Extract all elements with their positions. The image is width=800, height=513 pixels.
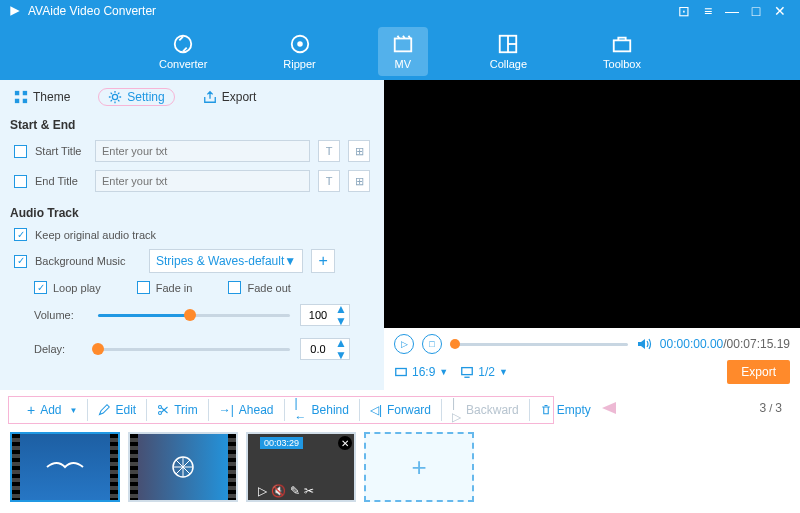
nav-converter[interactable]: Converter — [145, 27, 221, 76]
playback-progress[interactable] — [450, 343, 628, 346]
video-preview[interactable] — [384, 80, 800, 328]
clip-thumb-1[interactable] — [10, 432, 120, 502]
bg-music-dropdown[interactable]: Stripes & Waves-default ▼ — [149, 249, 303, 273]
clip-thumb-2[interactable] — [128, 432, 238, 502]
nav-toolbox-label: Toolbox — [603, 58, 641, 70]
tab-export[interactable]: Export — [203, 88, 257, 106]
thumb-remove-button[interactable]: ✕ — [338, 436, 352, 450]
tab-setting[interactable]: Setting — [98, 88, 174, 106]
empty-button[interactable]: Empty — [530, 399, 601, 421]
trash-icon — [540, 404, 552, 416]
edit-icon — [98, 404, 110, 416]
edit-label: Edit — [115, 403, 136, 417]
mv-icon — [392, 33, 414, 55]
behind-button[interactable]: |←Behind — [285, 399, 360, 421]
svg-rect-7 — [614, 40, 631, 51]
end-title-checkbox[interactable] — [14, 175, 27, 188]
page-value: 1/2 — [478, 365, 495, 379]
export-icon — [203, 90, 217, 104]
chevron-down-icon: ▼ — [439, 367, 448, 377]
screen-icon — [460, 365, 474, 379]
close-button[interactable]: ✕ — [768, 3, 792, 19]
svg-rect-13 — [396, 369, 407, 376]
thumb-edit-icon[interactable]: ✎ — [290, 484, 300, 498]
volume-value[interactable] — [301, 309, 335, 321]
volume-label: Volume: — [34, 309, 88, 321]
delay-value[interactable] — [301, 343, 335, 355]
chevron-down-icon: ▼ — [499, 367, 508, 377]
fade-out-label: Fade out — [247, 282, 290, 294]
feedback-icon[interactable]: ⊡ — [672, 3, 696, 19]
volume-slider[interactable] — [98, 314, 290, 317]
thumb-play-icon[interactable]: ▷ — [258, 484, 267, 498]
volume-icon[interactable] — [636, 336, 652, 352]
volume-value-input[interactable]: ▲▼ — [300, 304, 350, 326]
ripper-icon — [289, 33, 311, 55]
menu-icon[interactable]: ≡ — [696, 3, 720, 19]
clip-thumb-3[interactable]: 00:03:29 ✕ ▷ 🔇 ✎ ✂ — [246, 432, 356, 502]
stop-button[interactable]: □ — [422, 334, 442, 354]
arrow-hint-icon — [602, 398, 650, 418]
nav-mv[interactable]: MV — [378, 27, 428, 76]
clip-current: 3 — [759, 401, 766, 415]
start-title-input[interactable] — [95, 140, 310, 162]
nav-collage-label: Collage — [490, 58, 527, 70]
delay-value-input[interactable]: ▲▼ — [300, 338, 350, 360]
thumb-mute-icon[interactable]: 🔇 — [271, 484, 286, 498]
keep-original-label: Keep original audio track — [35, 229, 156, 241]
keep-original-checkbox[interactable] — [14, 228, 27, 241]
tab-theme[interactable]: Theme — [14, 88, 70, 106]
end-title-input[interactable] — [95, 170, 310, 192]
start-title-checkbox[interactable] — [14, 145, 27, 158]
aspect-ratio-selector[interactable]: 16:9 ▼ — [394, 365, 448, 379]
fade-in-checkbox[interactable] — [137, 281, 150, 294]
svg-point-12 — [113, 94, 118, 99]
thumb-timecode: 00:03:29 — [260, 437, 303, 449]
forward-button[interactable]: ◁|Forward — [360, 399, 442, 421]
minimize-button[interactable]: — — [720, 3, 744, 19]
svg-point-16 — [159, 406, 162, 409]
start-title-label: Start Title — [35, 145, 87, 157]
nav-toolbox[interactable]: Toolbox — [589, 27, 655, 76]
delay-down-spinner[interactable]: ▼ — [335, 349, 347, 361]
nav-ripper[interactable]: Ripper — [269, 27, 329, 76]
chevron-down-icon: ▼ — [284, 254, 296, 268]
svg-rect-3 — [394, 38, 411, 51]
start-title-pos-button[interactable]: ⊞ — [348, 140, 370, 162]
add-clip-button[interactable]: + — [364, 432, 474, 502]
ahead-button[interactable]: →|Ahead — [209, 399, 285, 421]
page-selector[interactable]: 1/2 ▼ — [460, 365, 508, 379]
thumb-trim-icon[interactable]: ✂ — [304, 484, 314, 498]
backward-button: |▷Backward — [442, 399, 530, 421]
panel-tabs: Theme Setting Export — [0, 80, 384, 114]
export-button[interactable]: Export — [727, 360, 790, 384]
time-current: 00:00:00.00 — [660, 337, 723, 351]
trim-button[interactable]: Trim — [147, 399, 209, 421]
add-label: Add — [40, 403, 61, 417]
end-title-font-button[interactable]: T — [318, 170, 340, 192]
collage-icon — [497, 33, 519, 55]
maximize-button[interactable]: □ — [744, 3, 768, 19]
forward-label: Forward — [387, 403, 431, 417]
end-title-pos-button[interactable]: ⊞ — [348, 170, 370, 192]
aspect-value: 16:9 — [412, 365, 435, 379]
app-logo-icon — [8, 4, 22, 18]
edit-button[interactable]: Edit — [88, 399, 147, 421]
fade-out-checkbox[interactable] — [228, 281, 241, 294]
svg-rect-9 — [23, 91, 27, 95]
bg-music-label: Background Music — [35, 255, 141, 267]
add-button[interactable]: +Add▼ — [17, 399, 88, 421]
volume-down-spinner[interactable]: ▼ — [335, 315, 347, 327]
add-music-button[interactable]: + — [311, 249, 335, 273]
delay-slider[interactable] — [98, 348, 290, 351]
preview-panel: ▷ □ 00:00:00.00/00:07:15.19 16:9 ▼ 1/2 ▼… — [384, 80, 800, 390]
nav-collage[interactable]: Collage — [476, 27, 541, 76]
start-title-font-button[interactable]: T — [318, 140, 340, 162]
audio-heading: Audio Track — [0, 202, 384, 224]
play-button[interactable]: ▷ — [394, 334, 414, 354]
converter-icon — [172, 33, 194, 55]
aspect-icon — [394, 365, 408, 379]
bg-music-checkbox[interactable] — [14, 255, 27, 268]
loop-play-checkbox[interactable] — [34, 281, 47, 294]
empty-label: Empty — [557, 403, 591, 417]
